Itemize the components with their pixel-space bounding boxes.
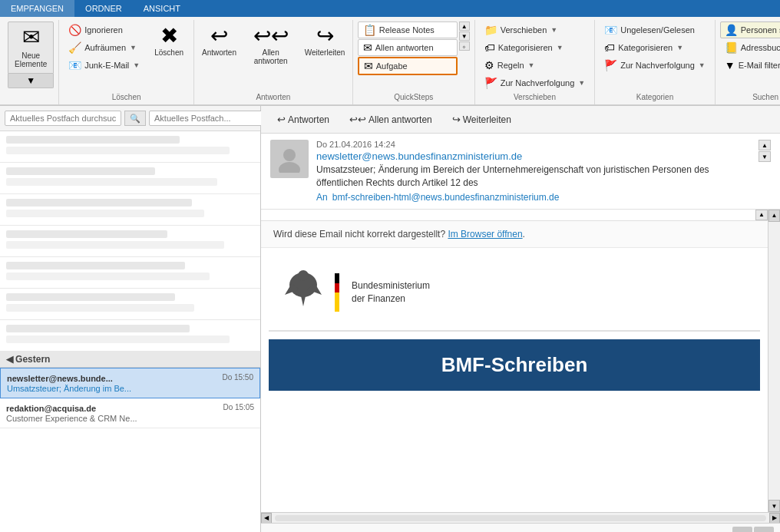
right-panel: ↩ Antworten ↩↩ Allen antworten ↪ Weiterl… [261, 106, 780, 532]
junk-btn[interactable]: 📧 Junk-E-Mail ▼ [64, 57, 144, 74]
allen-antworten-btn[interactable]: ↩↩ Allen antworten [243, 21, 299, 69]
tab-empfangen[interactable]: EMPFANGEN [0, 0, 74, 17]
svg-point-0 [283, 149, 296, 161]
mail-item-acquisa[interactable]: redaktion@acquisa.de Do 15:05 Customer E… [0, 398, 260, 428]
email-from[interactable]: newsletter@news.bundesfinanzministerium.… [316, 150, 751, 162]
nachverfolgung-btn[interactable]: 🚩 Zur Nachverfolgung ▼ [480, 74, 590, 91]
personen-suchen-btn[interactable]: 👤 Personen suchen [720, 21, 780, 38]
kategorisieren-arrow: ▼ [557, 44, 564, 51]
verschieben-content: 📁 Verschieben ▼ 🏷 Kategorisieren ▼ ⚙ Reg… [480, 21, 590, 91]
toolbar-antworten-label: Antworten [288, 114, 329, 125]
browser-open-link[interactable]: Im Browser öffnen [448, 229, 522, 240]
email-to-address[interactable]: bmf-schreiben-html@news.bundesfinanzmini… [332, 192, 560, 203]
verschieben-btn[interactable]: 📁 Verschieben ▼ [480, 21, 590, 38]
email-to-label: An [316, 192, 328, 203]
kat-nachverfolgung-btn[interactable]: 🚩 Zur Nachverfolgung ▼ [600, 57, 710, 74]
tab-ordner[interactable]: ORDNER [74, 0, 133, 17]
adressbuch-icon: 📒 [725, 41, 738, 54]
hscroll-left-btn[interactable]: ◀ [261, 513, 272, 524]
ungelesen-btn[interactable]: 📧 Ungelesen/Gelesen [600, 21, 710, 38]
blurred-item-6 [0, 289, 260, 320]
mini-avatar-2 [754, 527, 774, 532]
toolbar-allen-btn[interactable]: ↩↩ Allen antworten [342, 111, 439, 128]
flag-red [335, 283, 339, 293]
aufraeumen-btn[interactable]: 🧹 Aufräumen ▼ [64, 39, 144, 56]
qs-aufgabe[interactable]: ✉ Aufgabe [358, 57, 458, 75]
email-subject: Umsatzsteuer; Änderung im Bereich der Un… [316, 164, 751, 190]
neue-dropdown-btn[interactable]: ▼ [8, 74, 54, 88]
loeschen-btn[interactable]: ✖ Löschen [149, 21, 189, 61]
aufraeumen-icon: 🧹 [68, 41, 81, 54]
quicksteps-box: 📋 Release Notes ✉ Allen antworten ✉ Aufg… [358, 21, 458, 75]
ribbon-tab-bar: EMPFANGEN ORDNER ANSICHT [0, 0, 780, 17]
quicksteps-content: 📋 Release Notes ✉ Allen antworten ✉ Aufg… [358, 21, 470, 91]
email-filtern-icon: ▼ [725, 59, 735, 71]
email-filtern-label: E-Mail filtern [739, 61, 780, 70]
vscroll-up-btn[interactable]: ▲ [768, 210, 780, 222]
kat-nach-label: Zur Nachverfolgung [620, 61, 695, 70]
svg-point-3 [298, 270, 309, 281]
section-collapse-icon[interactable]: ◀ [6, 354, 13, 365]
main-area: 🔍 ▼ [0, 106, 780, 532]
antworten-icon: ↩ [210, 25, 228, 47]
email-filtern-btn[interactable]: ▼ E-Mail filtern ▼ [720, 57, 780, 74]
toolbar-allen-icon: ↩↩ [349, 114, 366, 125]
mini-avatar-1 [732, 527, 752, 532]
toolbar-antworten-btn[interactable]: ↩ Antworten [270, 111, 336, 128]
mail-item-selected[interactable]: newsletter@news.bunde... Do 15:50 Umsatz… [0, 368, 260, 398]
search-input-1[interactable] [5, 111, 121, 126]
body-scroll-top-bar: ▲ [261, 210, 768, 221]
search-button-1[interactable]: 🔍 [124, 111, 146, 126]
bottom-email-bar[interactable]: ✉ newsletter@news.bundesfinanzministeriu… [261, 523, 780, 532]
qs-allen-antworten[interactable]: ✉ Allen antworten [358, 39, 458, 56]
qs-scroll-more[interactable]: ⬦ [459, 41, 470, 51]
toolbar-weiterleiten-icon: ↪ [452, 114, 461, 125]
regeln-btn[interactable]: ⚙ Regeln ▼ [480, 57, 590, 74]
ignorieren-btn[interactable]: 🚫 Ignorieren [64, 21, 144, 38]
hscroll-track[interactable] [275, 515, 766, 521]
neue-buttons: ✉ NeueElemente ▼ [8, 21, 54, 100]
selected-mail-date: Do 15:50 [222, 373, 253, 382]
email-header: Do 21.04.2016 14:24 newsletter@news.bund… [261, 134, 780, 210]
loeschen-icon: ✖ [160, 25, 178, 47]
hscroll-right-btn[interactable]: ▶ [769, 513, 780, 524]
weiterleiten-icon: ↪ [316, 25, 334, 47]
qs-release-notes[interactable]: 📋 Release Notes [358, 21, 458, 38]
vscroll-track[interactable] [768, 222, 780, 500]
header-scroll-up[interactable]: ▲ [759, 140, 771, 150]
acquisa-date: Do 15:05 [223, 403, 254, 411]
antworten-btn[interactable]: ↩ Antworten [199, 21, 240, 61]
vscroll-down-btn[interactable]: ▼ [768, 500, 780, 512]
kategorisieren-btn[interactable]: 🏷 Kategorisieren ▼ [480, 39, 590, 56]
blurred-item-7 [0, 320, 260, 352]
ribbon-body: ✉ NeueElemente ▼ 🚫 Ignorieren 🧹 [0, 17, 780, 105]
regeln-arrow: ▼ [528, 61, 535, 69]
qs-scroll-down[interactable]: ▼ [459, 31, 470, 41]
weiterleiten-btn[interactable]: ↪ Weiterleiten [302, 21, 347, 61]
tab-ansicht[interactable]: ANSICHT [133, 0, 191, 17]
adressbuch-label: Adressbuch [741, 43, 780, 52]
email-to: An bmf-schreiben-html@news.bundesfinanzm… [316, 192, 751, 203]
toolbar-antworten-icon: ↩ [277, 114, 286, 125]
header-scroll-down[interactable]: ▼ [759, 151, 771, 162]
search-input-2[interactable] [149, 111, 266, 126]
neue-btn: ✉ NeueElemente ▼ [8, 21, 54, 88]
weiterleiten-label: Weiterleiten [305, 48, 345, 57]
kat-kat-icon: 🏷 [604, 41, 615, 54]
nachverfolgung-arrow: ▼ [578, 79, 585, 87]
bmf-banner: BMF-Schreiben [269, 339, 760, 391]
junk-icon: 📧 [68, 59, 81, 71]
adressbuch-btn[interactable]: 📒 Adressbuch [720, 39, 780, 56]
svg-point-1 [279, 162, 300, 173]
kat-nach-icon: 🚩 [604, 59, 617, 71]
acquisa-mail-header: redaktion@acquisa.de Do 15:05 [6, 403, 254, 414]
neue-main-btn[interactable]: ✉ NeueElemente [8, 21, 54, 74]
qs-scroll-up[interactable]: ▲ [459, 21, 470, 31]
kat-kategorisieren-btn[interactable]: 🏷 Kategorisieren ▼ [600, 39, 710, 56]
group-antworten: ↩ Antworten ↩↩ Allen antworten ↪ Weiterl… [194, 20, 353, 104]
bottom-avatars [732, 527, 774, 532]
blurred-item-1 [0, 131, 260, 163]
email-date: Do 21.04.2016 14:24 [316, 140, 751, 149]
body-scroll-top-btn[interactable]: ▲ [755, 210, 768, 220]
toolbar-weiterleiten-btn[interactable]: ↪ Weiterleiten [445, 111, 518, 128]
